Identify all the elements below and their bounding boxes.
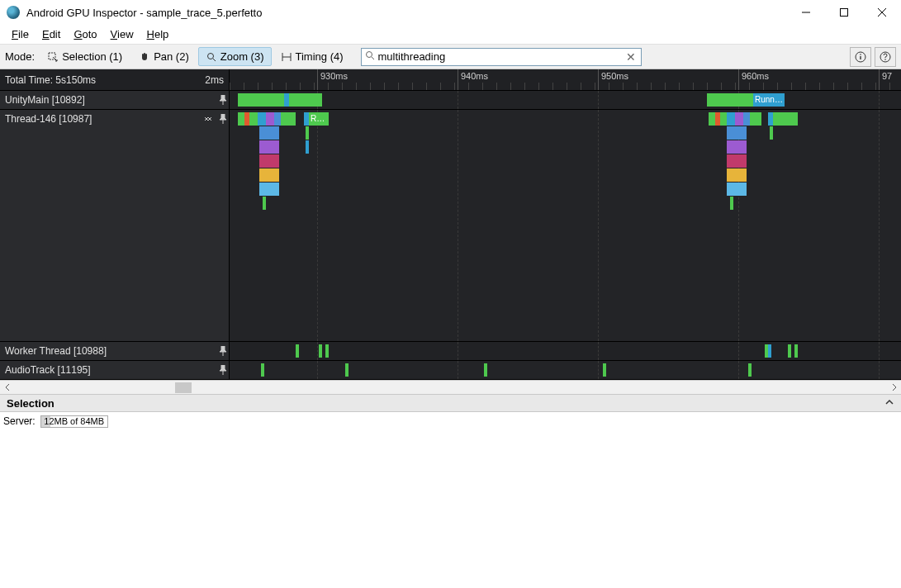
- timeline-slice[interactable]: [750, 112, 761, 126]
- track-name-label: Thread-146 [10987]: [5, 113, 199, 125]
- timeline-slice[interactable]: [274, 112, 281, 126]
- timeline-slice[interactable]: [709, 112, 715, 126]
- track-body[interactable]: [230, 342, 901, 360]
- timeline-slice[interactable]: [743, 112, 750, 126]
- horizontal-scrollbar[interactable]: [0, 380, 901, 394]
- track-gutter: Worker Thread [10988]: [0, 342, 230, 360]
- track-row[interactable]: UnityMain [10892]Runn…: [0, 91, 901, 110]
- timeline-slice[interactable]: [259, 126, 279, 140]
- timeline-slice[interactable]: [263, 197, 266, 210]
- scroll-left-button[interactable]: [0, 381, 14, 395]
- timeline-slice[interactable]: [727, 154, 747, 168]
- timeline-slice[interactable]: [735, 112, 743, 126]
- timeline-slice[interactable]: [249, 112, 258, 126]
- timeline-slice[interactable]: [259, 140, 279, 154]
- timing-icon: [281, 51, 292, 63]
- info-button[interactable]: [850, 47, 871, 67]
- track-row[interactable]: Thread-146 [10987]R…: [0, 110, 901, 342]
- timeline-slice[interactable]: [768, 344, 771, 358]
- track-gutter: UnityMain [10892]: [0, 91, 230, 109]
- total-time-label: Total Time: 5s150ms: [5, 74, 96, 86]
- timeline-slice[interactable]: [289, 93, 322, 107]
- selection-panel-header[interactable]: Selection: [0, 394, 901, 412]
- timeline-slice[interactable]: [707, 93, 753, 107]
- timeline-slice[interactable]: [727, 140, 747, 154]
- svg-point-16: [884, 59, 886, 60]
- search-input[interactable]: [375, 50, 624, 63]
- timeline-slice[interactable]: [325, 344, 329, 358]
- window-titlebar: Android GPU Inspector - sample_trace_5.p…: [0, 0, 901, 25]
- timeline-slice[interactable]: [296, 344, 299, 358]
- timeline-slice[interactable]: [345, 363, 349, 377]
- scroll-track[interactable]: [14, 381, 887, 395]
- timeline-slice[interactable]: [748, 363, 752, 377]
- timeline-slice[interactable]: [281, 112, 296, 126]
- collapse-icon[interactable]: [202, 113, 214, 125]
- timeline-slice[interactable]: [788, 344, 791, 358]
- track-body[interactable]: [230, 361, 901, 379]
- menu-help[interactable]: Help: [140, 26, 176, 42]
- mode-selection-label: Selection (1): [62, 50, 122, 63]
- help-button[interactable]: [875, 47, 896, 67]
- timeline-slice[interactable]: [603, 363, 606, 377]
- timeline-slice[interactable]: [261, 363, 264, 377]
- window-minimize-button[interactable]: [787, 0, 825, 25]
- menu-view[interactable]: View: [104, 26, 140, 42]
- info-icon: [855, 51, 866, 63]
- timeline-slice[interactable]: [730, 197, 733, 210]
- timeline-slice[interactable]: Runn…: [753, 93, 785, 107]
- mode-pan-button[interactable]: Pan (2): [131, 47, 197, 66]
- selection-label: Selection: [7, 397, 55, 410]
- window-maximize-button[interactable]: [825, 0, 863, 25]
- mode-zoom-button[interactable]: Zoom (3): [198, 47, 272, 66]
- timeline-slice[interactable]: [484, 363, 487, 377]
- timeline-slice[interactable]: [794, 344, 798, 358]
- search-box[interactable]: ✕: [361, 48, 642, 66]
- menu-file[interactable]: File: [5, 26, 36, 42]
- track-body[interactable]: Runn…: [230, 91, 901, 109]
- timeline-slice[interactable]: [306, 140, 309, 154]
- pin-icon[interactable]: [217, 113, 229, 125]
- timeline-slice[interactable]: [319, 344, 322, 358]
- menu-edit[interactable]: Edit: [36, 26, 67, 42]
- scroll-thumb[interactable]: [175, 382, 192, 393]
- timeline-tracks[interactable]: UnityMain [10892]Runn…Thread-146 [10987]…: [0, 91, 901, 380]
- track-name-label: Worker Thread [10988]: [5, 345, 214, 357]
- pin-icon[interactable]: [217, 94, 229, 106]
- timeline-slice[interactable]: R…: [309, 112, 329, 126]
- mode-selection-button[interactable]: Selection (1): [40, 47, 130, 66]
- search-icon: [365, 50, 375, 63]
- timeline-slice[interactable]: [773, 112, 798, 126]
- timeline-slice[interactable]: [306, 126, 309, 140]
- timeline-slice[interactable]: [258, 112, 266, 126]
- timeline-slice[interactable]: [727, 183, 747, 196]
- svg-point-10: [366, 52, 372, 58]
- window-close-button[interactable]: [863, 0, 901, 25]
- ruler-major-tick: 940ms: [458, 69, 488, 90]
- menu-goto[interactable]: Goto: [67, 26, 103, 42]
- timeline-ruler[interactable]: 930ms940ms950ms960ms97: [230, 69, 901, 90]
- timeline-slice[interactable]: [266, 112, 274, 126]
- timeline-slice[interactable]: [770, 126, 773, 140]
- timeline-slice[interactable]: [259, 154, 279, 168]
- timeline-slice[interactable]: [727, 168, 747, 182]
- timeline-slice[interactable]: [259, 168, 279, 182]
- pin-icon[interactable]: [217, 345, 229, 357]
- track-name-label: AudioTrack [11195]: [5, 364, 214, 376]
- timeline-slice[interactable]: [238, 93, 284, 107]
- track-body[interactable]: R…: [230, 110, 901, 341]
- timeline-slice[interactable]: [259, 183, 279, 196]
- timeline-slice[interactable]: [727, 126, 747, 140]
- pin-icon[interactable]: [217, 364, 229, 376]
- scroll-right-button[interactable]: [887, 381, 901, 395]
- track-row[interactable]: Worker Thread [10988]: [0, 342, 901, 361]
- timeline-slice[interactable]: [720, 112, 727, 126]
- mode-timing-button[interactable]: Timing (4): [273, 47, 351, 66]
- ruler-major-tick: 930ms: [317, 69, 348, 90]
- server-label: Server:: [3, 415, 36, 427]
- timeline-slice[interactable]: [727, 112, 735, 126]
- track-row[interactable]: AudioTrack [11195]: [0, 361, 901, 380]
- timeline-slice[interactable]: [238, 112, 244, 126]
- search-clear-button[interactable]: ✕: [624, 50, 638, 64]
- mode-label: Mode:: [5, 50, 35, 63]
